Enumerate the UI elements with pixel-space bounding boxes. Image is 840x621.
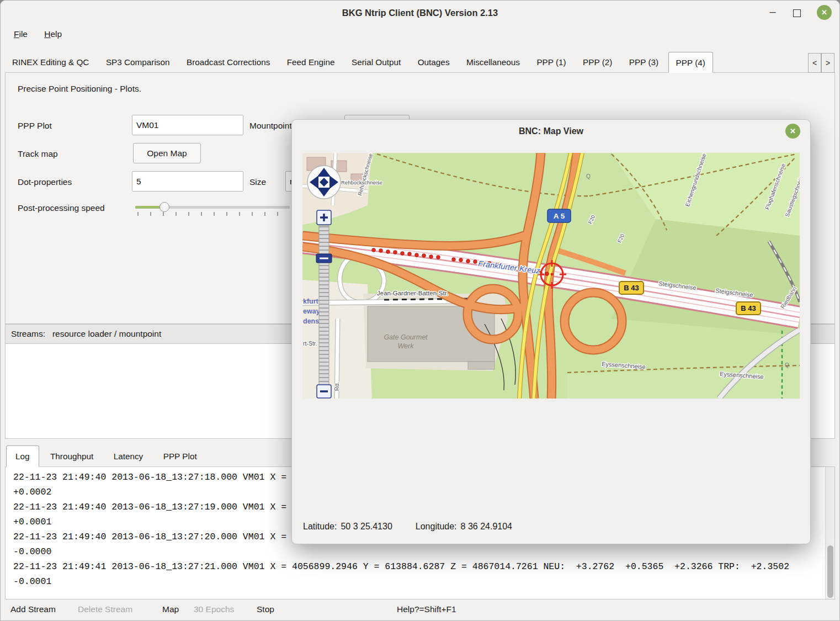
log-scrollbar[interactable] xyxy=(825,467,834,599)
tab-throughput[interactable]: Throughput xyxy=(41,446,102,468)
map-view-dialog: BNC: Map View ✕ xyxy=(291,119,811,544)
close-button[interactable]: ✕ xyxy=(817,5,832,20)
tab-ppp-plot[interactable]: PPP Plot xyxy=(155,446,206,468)
speed-slider-handle[interactable] xyxy=(160,202,169,212)
zoom-in-button[interactable] xyxy=(317,210,331,225)
ppp-plot-input[interactable] xyxy=(132,115,243,135)
a5-shield: A 5 xyxy=(547,209,571,222)
add-stream-button[interactable]: Add Stream xyxy=(10,604,56,614)
minimize-button[interactable]: – xyxy=(767,1,779,25)
dot-properties-label: Dot-properties xyxy=(18,177,72,187)
svg-text:Rd.: Rd. xyxy=(333,382,340,391)
tab-ppp-1[interactable]: PPP (1) xyxy=(529,52,573,73)
mountpoint-label: Mountpoint xyxy=(249,121,292,131)
log-line: -0.0000 xyxy=(13,544,821,559)
tab-ppp-2[interactable]: PPP (2) xyxy=(576,52,619,73)
open-map-button[interactable]: Open Map xyxy=(133,143,201,163)
pan-compass[interactable] xyxy=(307,166,341,199)
track-map-label: Track map xyxy=(18,149,58,159)
dialog-title: BNC: Map View xyxy=(292,120,810,143)
tab-rinex-editing[interactable]: RINEX Editing & QC xyxy=(5,52,96,73)
svg-text:Jean-Gardner-Batten-Str.: Jean-Gardner-Batten-Str. xyxy=(377,290,448,296)
delete-stream-button: Delete Stream xyxy=(78,604,132,614)
svg-text:Rehbockschneise: Rehbockschneise xyxy=(341,179,382,185)
tab-outages[interactable]: Outages xyxy=(411,52,457,73)
svg-text:Werk: Werk xyxy=(398,342,414,350)
bnc-window: BKG Ntrip Client (BNC) Version 2.13 – ✕ … xyxy=(0,0,840,621)
svg-text:Gate Gourmet: Gate Gourmet xyxy=(384,333,428,341)
log-tabbar: Log Throughput Latency PPP Plot xyxy=(6,445,206,467)
tab-log[interactable]: Log xyxy=(6,445,39,467)
tab-scroll-right-icon[interactable]: > xyxy=(821,53,834,73)
svg-text:eway: eway xyxy=(303,307,320,315)
menu-file[interactable]: File xyxy=(10,28,31,40)
speed-slider-ticks xyxy=(137,212,290,216)
latitude-label: Latitude: xyxy=(303,522,337,531)
epochs-button: 30 Epochs xyxy=(194,604,234,614)
log-line: 22-11-23 21:49:41 2013-06-18_13:27:21.00… xyxy=(13,559,821,574)
tab-broadcast-corrections[interactable]: Broadcast Corrections xyxy=(179,52,277,73)
tab-latency[interactable]: Latency xyxy=(105,446,152,468)
map-button[interactable]: Map xyxy=(162,604,179,614)
log-scrollbar-thumb[interactable] xyxy=(827,545,833,598)
help-hint-label: Help?=Shift+F1 xyxy=(397,604,456,614)
titlebar: BKG Ntrip Client (BNC) Version 2.13 – ✕ xyxy=(1,1,839,25)
svg-text:Q: Q xyxy=(785,362,789,368)
panel-heading: Precise Point Positioning - Plots. xyxy=(18,84,141,94)
b43-shield: B 43 xyxy=(736,302,761,315)
map-svg[interactable]: A 5 B 43 B 43 Frankfurter Kreuz Jean-Gar… xyxy=(302,153,800,399)
post-processing-speed-label: Post-processing speed xyxy=(18,203,105,213)
coordinates-readout: Latitude:50 3 25.4130Longitude:8 36 24.9… xyxy=(303,522,512,532)
longitude-label: Longitude: xyxy=(416,522,457,531)
bottom-toolbar: Add Stream Delete Stream Map 30 Epochs S… xyxy=(1,599,839,621)
latitude-value: 50 3 25.4130 xyxy=(341,522,392,531)
svg-text:B 43: B 43 xyxy=(741,304,756,312)
main-tabbar: RINEX Editing & QC SP3 Comparison Broadc… xyxy=(5,52,835,73)
map-canvas[interactable]: A 5 B 43 B 43 Frankfurter Kreuz Jean-Gar… xyxy=(302,153,800,399)
menu-help[interactable]: Help xyxy=(41,28,65,40)
svg-text:kfurt-: kfurt- xyxy=(303,298,321,305)
svg-text:A 5: A 5 xyxy=(554,212,565,220)
tab-ppp-3[interactable]: PPP (3) xyxy=(622,52,666,73)
svg-text:Q: Q xyxy=(586,173,591,179)
window-title: BKG Ntrip Client (BNC) Version 2.13 xyxy=(1,1,839,25)
dialog-close-button[interactable]: ✕ xyxy=(785,124,800,139)
zoom-slider[interactable] xyxy=(319,226,329,387)
tab-miscellaneous[interactable]: Miscellaneous xyxy=(459,52,527,73)
tab-feed-engine[interactable]: Feed Engine xyxy=(280,52,342,73)
dot-size-input[interactable] xyxy=(132,171,243,192)
size-label: Size xyxy=(249,177,266,187)
svg-text:dens: dens xyxy=(303,317,319,325)
stop-button[interactable]: Stop xyxy=(257,604,274,614)
b43-shield: B 43 xyxy=(619,282,644,294)
tab-scroll-arrows: <> xyxy=(808,53,834,73)
svg-text:B 43: B 43 xyxy=(624,284,639,292)
tab-serial-output[interactable]: Serial Output xyxy=(344,52,408,73)
ppp-plot-label: PPP Plot xyxy=(18,121,52,131)
maximize-button[interactable] xyxy=(793,9,801,17)
zoom-slider-handle[interactable] xyxy=(316,254,332,263)
longitude-value: 8 36 24.9104 xyxy=(461,522,512,531)
menubar: File Help xyxy=(1,25,839,44)
svg-text:rt-Str.: rt-Str. xyxy=(303,340,317,347)
tab-ppp-4[interactable]: PPP (4) xyxy=(668,52,713,73)
tab-scroll-left-icon[interactable]: < xyxy=(808,53,821,73)
tab-sp3-comparison[interactable]: SP3 Comparison xyxy=(99,52,177,73)
zoom-out-button[interactable] xyxy=(317,385,331,398)
log-line: -0.0001 xyxy=(13,574,821,589)
